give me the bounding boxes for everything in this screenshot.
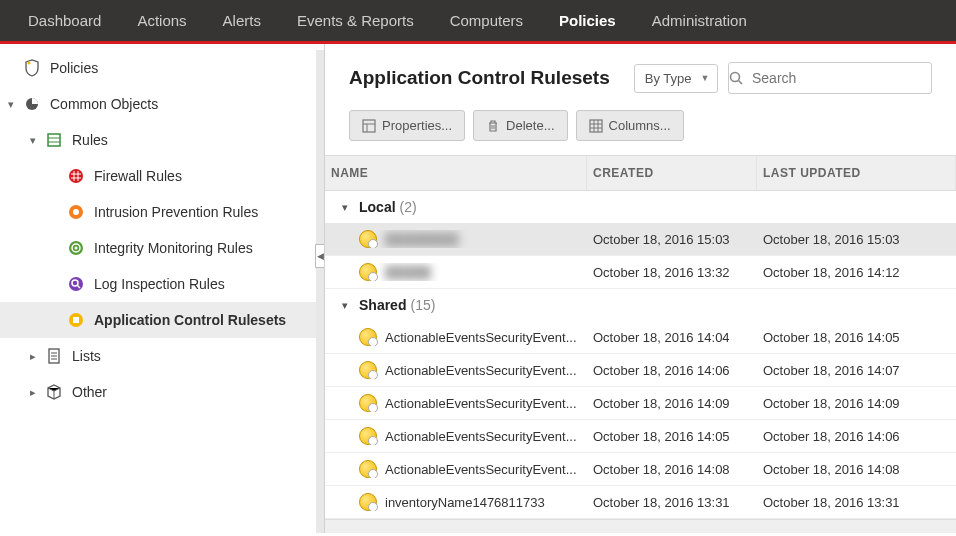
button-label: Delete... xyxy=(506,118,554,133)
ruleset-row[interactable]: inventoryName1476811733October 18, 2016 … xyxy=(325,486,956,519)
ruleset-icon xyxy=(359,328,377,346)
ruleset-grid[interactable]: NAME CREATED LAST UPDATED ▾Local(2)█████… xyxy=(325,155,956,519)
nav-item-alerts[interactable]: Alerts xyxy=(205,0,279,43)
chevron-down-icon[interactable]: ▾ xyxy=(335,299,355,312)
updated-cell: October 18, 2016 14:08 xyxy=(757,462,956,477)
filter-dropdown[interactable]: By Type xyxy=(634,64,719,93)
delete-button[interactable]: Delete... xyxy=(473,110,567,141)
policies-icon xyxy=(22,58,42,78)
ruleset-name: ActionableEventsSecurityEvent... xyxy=(385,363,577,378)
created-cell: October 18, 2016 13:32 xyxy=(587,265,757,280)
group-count: (15) xyxy=(410,297,435,313)
sidebar-item-policies[interactable]: Policies xyxy=(0,50,316,86)
ruleset-row[interactable]: ActionableEventsSecurityEvent...October … xyxy=(325,420,956,453)
content-area: Application Control Rulesets By Type Pro… xyxy=(325,44,956,533)
other-icon xyxy=(44,382,64,402)
group-row[interactable]: ▾Shared(15) xyxy=(325,289,956,321)
ruleset-icon xyxy=(359,361,377,379)
firewall-icon xyxy=(66,166,86,186)
created-cell: October 18, 2016 14:09 xyxy=(587,396,757,411)
svg-rect-2 xyxy=(48,134,60,146)
updated-cell: October 18, 2016 14:12 xyxy=(757,265,956,280)
ruleset-icon xyxy=(359,427,377,445)
chevron-down-icon[interactable]: ▾ xyxy=(22,134,44,147)
page-title: Application Control Rulesets xyxy=(349,67,610,89)
dropdown-value: By Type xyxy=(645,71,692,86)
column-created[interactable]: CREATED xyxy=(587,156,757,190)
created-cell: October 18, 2016 14:06 xyxy=(587,363,757,378)
sidebar-label: Other xyxy=(72,384,107,400)
sidebar-item-integrity[interactable]: Integrity Monitoring Rules xyxy=(0,230,316,266)
nav-item-administration[interactable]: Administration xyxy=(634,0,765,43)
ruleset-icon xyxy=(359,394,377,412)
ruleset-icon xyxy=(359,493,377,511)
nav-item-policies[interactable]: Policies xyxy=(541,0,634,43)
search-icon xyxy=(729,71,748,86)
nav-item-dashboard[interactable]: Dashboard xyxy=(10,0,119,43)
ruleset-name: ActionableEventsSecurityEvent... xyxy=(385,396,577,411)
columns-icon xyxy=(589,119,603,133)
sidebar-item-rules[interactable]: ▾ Rules xyxy=(0,122,316,158)
svg-point-14 xyxy=(731,72,740,81)
sidebar-item-appcontrol[interactable]: Application Control Rulesets xyxy=(0,302,316,338)
objects-icon xyxy=(22,94,42,114)
ruleset-icon xyxy=(359,263,377,281)
search-box[interactable] xyxy=(728,62,932,94)
columns-button[interactable]: Columns... xyxy=(576,110,684,141)
chevron-down-icon[interactable]: ▾ xyxy=(335,201,355,214)
svg-point-5 xyxy=(73,209,79,215)
sidebar-item-lists[interactable]: ▸ Lists xyxy=(0,338,316,374)
updated-cell: October 18, 2016 14:05 xyxy=(757,330,956,345)
chevron-right-icon[interactable]: ▸ xyxy=(22,386,44,399)
sidebar-label: Log Inspection Rules xyxy=(94,276,225,292)
chevron-right-icon[interactable]: ▸ xyxy=(22,350,44,363)
created-cell: October 18, 2016 13:31 xyxy=(587,495,757,510)
properties-icon xyxy=(362,119,376,133)
ruleset-row[interactable]: ActionableEventsSecurityEvent...October … xyxy=(325,354,956,387)
updated-cell: October 18, 2016 14:06 xyxy=(757,429,956,444)
sidebar-item-other[interactable]: ▸ Other xyxy=(0,374,316,410)
ruleset-row[interactable]: ActionableEventsSecurityEvent...October … xyxy=(325,453,956,486)
group-row[interactable]: ▾Local(2) xyxy=(325,191,956,223)
ruleset-row[interactable]: ActionableEventsSecurityEvent...October … xyxy=(325,387,956,420)
ruleset-name: ActionableEventsSecurityEvent... xyxy=(385,330,577,345)
ruleset-row[interactable]: ████████October 18, 2016 15:03October 18… xyxy=(325,223,956,256)
created-cell: October 18, 2016 14:04 xyxy=(587,330,757,345)
integrity-icon xyxy=(66,238,86,258)
sidebar-item-common-objects[interactable]: ▾ Common Objects xyxy=(0,86,316,122)
nav-item-events-reports[interactable]: Events & Reports xyxy=(279,0,432,43)
updated-cell: October 18, 2016 14:07 xyxy=(757,363,956,378)
svg-rect-15 xyxy=(363,120,375,132)
nav-item-computers[interactable]: Computers xyxy=(432,0,541,43)
search-input[interactable] xyxy=(748,63,931,93)
updated-cell: October 18, 2016 13:31 xyxy=(757,495,956,510)
chevron-down-icon[interactable]: ▾ xyxy=(0,98,22,111)
column-updated[interactable]: LAST UPDATED xyxy=(757,156,956,190)
sidebar-label: Application Control Rulesets xyxy=(94,312,286,328)
ruleset-row[interactable]: ActionableEventsSecurityEvent...October … xyxy=(325,321,956,354)
created-cell: October 18, 2016 14:08 xyxy=(587,462,757,477)
nav-item-actions[interactable]: Actions xyxy=(119,0,204,43)
sidebar-item-loginspection[interactable]: Log Inspection Rules xyxy=(0,266,316,302)
loginspection-icon xyxy=(66,274,86,294)
sidebar-label: Policies xyxy=(50,60,98,76)
ruleset-row[interactable]: █████October 18, 2016 13:32October 18, 2… xyxy=(325,256,956,289)
svg-point-9 xyxy=(69,277,83,291)
updated-cell: October 18, 2016 15:03 xyxy=(757,232,956,247)
grid-header: NAME CREATED LAST UPDATED xyxy=(325,156,956,191)
sidebar-item-ips[interactable]: Intrusion Prevention Rules xyxy=(0,194,316,230)
ruleset-name: ActionableEventsSecurityEvent... xyxy=(385,429,577,444)
sidebar-item-firewall[interactable]: Firewall Rules xyxy=(0,158,316,194)
properties-button[interactable]: Properties... xyxy=(349,110,465,141)
sidebar-label: Integrity Monitoring Rules xyxy=(94,240,253,256)
sidebar-label: Firewall Rules xyxy=(94,168,182,184)
trash-icon xyxy=(486,119,500,133)
ruleset-name: ActionableEventsSecurityEvent... xyxy=(385,462,577,477)
column-name[interactable]: NAME xyxy=(325,156,587,190)
sidebar-collapse-handle[interactable]: ◀ xyxy=(315,244,325,268)
svg-rect-16 xyxy=(590,120,602,132)
group-name: Local xyxy=(359,199,396,215)
sidebar: Policies ▾ Common Objects ▾ Rules Firewa… xyxy=(0,44,325,533)
horizontal-scrollbar[interactable] xyxy=(325,519,956,533)
button-label: Properties... xyxy=(382,118,452,133)
